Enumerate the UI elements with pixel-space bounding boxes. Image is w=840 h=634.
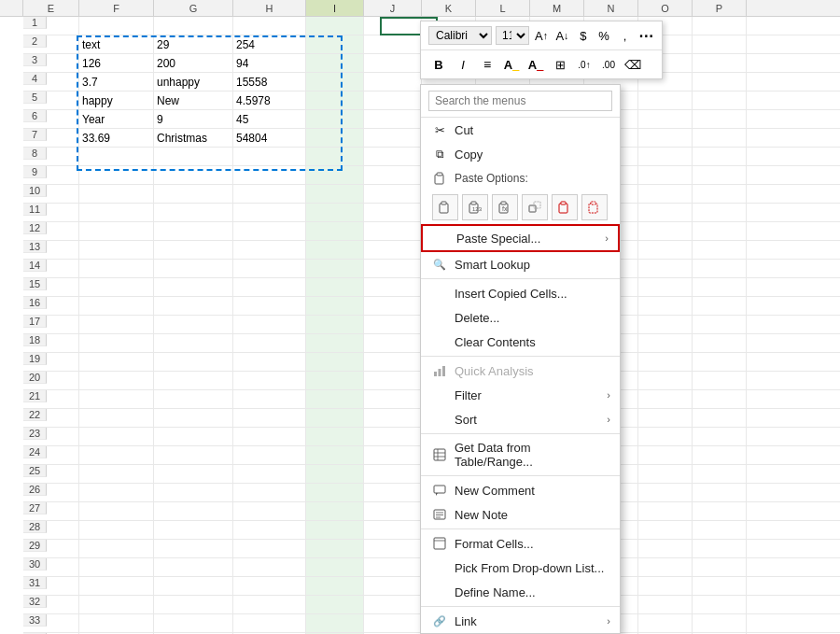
cell-h21[interactable] <box>233 390 306 408</box>
cell-h11[interactable] <box>233 204 306 221</box>
cell-h22[interactable] <box>233 409 306 427</box>
menu-item-copy[interactable]: ⧉ Copy <box>421 142 620 166</box>
cell-f29[interactable] <box>79 540 154 557</box>
cell-p12[interactable] <box>693 222 747 240</box>
cell-p15[interactable] <box>693 278 747 296</box>
cell-f33[interactable] <box>79 614 154 632</box>
cell-h20[interactable] <box>233 372 306 389</box>
cell-i29[interactable] <box>306 540 364 557</box>
cell-g7[interactable]: Christmas <box>154 129 233 147</box>
cell-g30[interactable] <box>154 558 233 576</box>
currency-button[interactable]: $ <box>575 25 592 46</box>
cell-f30[interactable] <box>79 558 154 576</box>
cell-g12[interactable] <box>154 222 233 240</box>
cell-f23[interactable] <box>79 428 154 445</box>
menu-item-format-cells[interactable]: Format Cells... <box>421 531 620 556</box>
cell-o14[interactable] <box>638 260 693 277</box>
cell-h27[interactable] <box>233 502 306 520</box>
cell-f18[interactable] <box>79 334 154 352</box>
cell-j7[interactable] <box>364 129 422 147</box>
cell-o22[interactable] <box>638 409 693 427</box>
menu-item-define-name[interactable]: Define Name... <box>421 580 620 604</box>
cell-f20[interactable] <box>79 372 154 389</box>
cell-h14[interactable] <box>233 260 306 277</box>
cell-o9[interactable] <box>638 166 693 184</box>
cell-g23[interactable] <box>154 428 233 445</box>
cell-o29[interactable] <box>638 540 693 557</box>
paste-linked-btn[interactable] <box>581 194 608 220</box>
cell-p33[interactable] <box>693 614 747 632</box>
cell-g16[interactable] <box>154 297 233 315</box>
cell-g29[interactable] <box>154 540 233 557</box>
cell-o16[interactable] <box>638 297 693 315</box>
cell-f25[interactable] <box>79 465 154 483</box>
cell-i33[interactable] <box>306 614 364 632</box>
cell-f12[interactable] <box>79 222 154 240</box>
cell-p27[interactable] <box>693 502 747 520</box>
cell-i23[interactable] <box>306 428 364 445</box>
cell-i31[interactable] <box>306 577 364 595</box>
cell-f28[interactable] <box>79 521 154 539</box>
cell-j28[interactable] <box>364 521 422 539</box>
cell-g13[interactable] <box>154 241 233 259</box>
cell-h32[interactable] <box>233 596 306 613</box>
paste-values-btn[interactable]: 123 <box>462 194 488 220</box>
cell-g9[interactable] <box>154 166 233 184</box>
cell-i28[interactable] <box>306 521 364 539</box>
cell-f3[interactable]: 126 <box>79 54 154 72</box>
cell-j8[interactable] <box>364 148 422 165</box>
comma-button[interactable]: , <box>616 25 633 46</box>
align-button[interactable]: ≡ <box>477 54 497 75</box>
cell-f32[interactable] <box>79 596 154 613</box>
cell-p9[interactable] <box>693 166 747 184</box>
cell-g4[interactable]: unhappy <box>154 73 233 91</box>
cell-i26[interactable] <box>306 484 364 501</box>
menu-item-sort[interactable]: Sort › <box>421 407 620 431</box>
cell-j4[interactable] <box>364 73 422 91</box>
cell-g15[interactable] <box>154 278 233 296</box>
cell-p7[interactable] <box>693 129 747 147</box>
cell-f16[interactable] <box>79 297 154 315</box>
cell-p6[interactable] <box>693 110 747 128</box>
borders-button[interactable]: ⊞ <box>550 54 570 75</box>
cell-h15[interactable] <box>233 278 306 296</box>
cell-i11[interactable] <box>306 204 364 221</box>
cell-i1[interactable] <box>306 17 364 35</box>
cell-h3[interactable]: 94 <box>233 54 306 72</box>
menu-item-delete[interactable]: Delete... <box>421 305 620 330</box>
cell-o33[interactable] <box>638 614 693 632</box>
cell-o30[interactable] <box>638 558 693 576</box>
cell-g17[interactable] <box>154 316 233 333</box>
cell-f1[interactable] <box>79 17 154 35</box>
cell-j19[interactable] <box>364 353 422 371</box>
font-color-button[interactable]: A_ <box>525 54 546 75</box>
cell-o11[interactable] <box>638 204 693 221</box>
cell-g14[interactable] <box>154 260 233 277</box>
cell-o20[interactable] <box>638 372 693 389</box>
cell-i10[interactable] <box>306 185 364 203</box>
cell-h9[interactable] <box>233 166 306 184</box>
paste-btn[interactable] <box>432 194 458 220</box>
cell-j30[interactable] <box>364 558 422 576</box>
cell-j18[interactable] <box>364 334 422 352</box>
cell-o26[interactable] <box>638 484 693 501</box>
cell-j13[interactable] <box>364 241 422 259</box>
cell-p28[interactable] <box>693 521 747 539</box>
cell-f19[interactable] <box>79 353 154 371</box>
cell-f2[interactable]: text <box>79 35 154 53</box>
cell-g24[interactable] <box>154 446 233 464</box>
cell-o19[interactable] <box>638 353 693 371</box>
cell-i17[interactable] <box>306 316 364 333</box>
cell-i2[interactable] <box>306 35 364 53</box>
cell-h10[interactable] <box>233 185 306 203</box>
cell-o21[interactable] <box>638 390 693 408</box>
cell-f22[interactable] <box>79 409 154 427</box>
cell-i14[interactable] <box>306 260 364 277</box>
cell-f24[interactable] <box>79 446 154 464</box>
cell-o17[interactable] <box>638 316 693 333</box>
cell-g1[interactable] <box>154 17 233 35</box>
cell-j16[interactable] <box>364 297 422 315</box>
cell-j20[interactable] <box>364 372 422 389</box>
cell-h18[interactable] <box>233 334 306 352</box>
cell-o25[interactable] <box>638 465 693 483</box>
